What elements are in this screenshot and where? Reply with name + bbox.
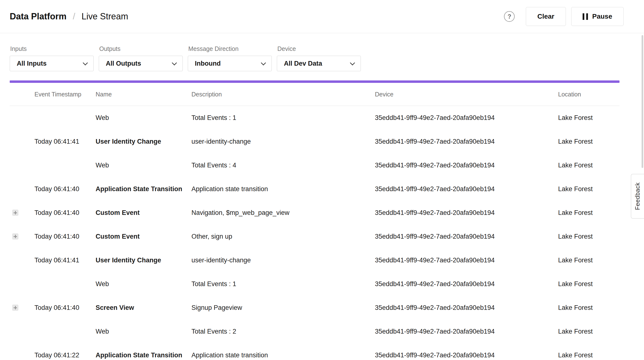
cell-timestamp: Today 06:41:40 (34, 304, 96, 312)
cell-device: 35eddb41-9ff9-49e2-7aed-20afa90eb194 (375, 114, 558, 122)
cell-description: Application state transition (192, 185, 375, 193)
table-row[interactable]: Today 06:41:22 Application State Transit… (10, 343, 620, 360)
expand-cell (10, 138, 34, 145)
cell-location: Lake Forest (558, 304, 620, 312)
column-header-name: Name (96, 91, 192, 98)
cell-name: Web (96, 162, 192, 169)
cell-name: Application State Transition (96, 352, 192, 359)
header-actions: ? Clear Pause (504, 7, 624, 26)
cell-timestamp: Today 06:41:22 (34, 352, 96, 359)
feedback-tab-label: Feedback (634, 182, 641, 210)
expand-cell (10, 257, 34, 263)
inputs-select[interactable]: All Inputs (10, 56, 94, 71)
column-header-description: Description (192, 91, 375, 98)
expand-cell (10, 305, 34, 311)
filter-inputs: Inputs All Inputs (10, 45, 94, 71)
expand-cell (10, 352, 34, 358)
cell-location: Lake Forest (558, 138, 620, 145)
expand-plus-icon[interactable] (12, 305, 18, 311)
cell-name: Screen View (96, 304, 192, 312)
cell-name: Custom Event (96, 209, 192, 217)
cell-description: user-identity-change (192, 138, 375, 145)
cell-location: Lake Forest (558, 257, 620, 264)
table-row[interactable]: Today 06:41:40 Custom Event Navigation, … (10, 201, 620, 225)
cell-device: 35eddb41-9ff9-49e2-7aed-20afa90eb194 (375, 209, 558, 217)
breadcrumb-separator: / (73, 11, 75, 21)
cell-name: User Identity Change (96, 257, 192, 264)
table-row[interactable]: Today 06:41:40 Application State Transit… (10, 177, 620, 201)
cell-description: Total Events : 1 (192, 114, 375, 122)
chevron-down-icon (172, 60, 177, 65)
table-row[interactable]: Today 06:41:40 Custom Event Other, sign … (10, 225, 620, 248)
cell-device: 35eddb41-9ff9-49e2-7aed-20afa90eb194 (375, 138, 558, 145)
cell-timestamp: Today 06:41:40 (34, 209, 96, 217)
device-select[interactable]: All Dev Data (277, 56, 361, 71)
filter-inputs-label: Inputs (10, 45, 94, 52)
cell-device: 35eddb41-9ff9-49e2-7aed-20afa90eb194 (375, 162, 558, 169)
filter-message-direction-label: Message Direction (188, 45, 272, 52)
filter-outputs: Outputs All Outputs (99, 45, 183, 71)
feedback-tab[interactable]: Feedback (631, 174, 644, 218)
expand-cell (10, 162, 34, 168)
table-row[interactable]: Web Total Events : 2 35eddb41-9ff9-49e2-… (10, 320, 620, 343)
expand-plus-icon[interactable] (12, 209, 18, 216)
cell-device: 35eddb41-9ff9-49e2-7aed-20afa90eb194 (375, 328, 558, 335)
cell-device: 35eddb41-9ff9-49e2-7aed-20afa90eb194 (375, 352, 558, 359)
cell-description: Application state transition (192, 352, 375, 359)
table-row[interactable]: Web Total Events : 4 35eddb41-9ff9-49e2-… (10, 153, 620, 177)
cell-description: Signup Pageview (192, 304, 375, 312)
cell-device: 35eddb41-9ff9-49e2-7aed-20afa90eb194 (375, 280, 558, 288)
table-row[interactable]: Today 06:41:41 User Identity Change user… (10, 130, 620, 153)
filter-device-label: Device (277, 45, 361, 52)
cell-timestamp: Today 06:41:41 (34, 138, 96, 145)
pause-button[interactable]: Pause (571, 7, 624, 26)
cell-location: Lake Forest (558, 352, 620, 359)
breadcrumb[interactable]: Data Platform (10, 11, 66, 21)
message-direction-select[interactable]: Inbound (188, 56, 272, 71)
table-row[interactable]: Web Total Events : 1 35eddb41-9ff9-49e2-… (10, 272, 620, 296)
message-direction-select-value: Inbound (195, 60, 262, 67)
cell-timestamp: Today 06:41:41 (34, 257, 96, 264)
cell-location: Lake Forest (558, 185, 620, 193)
table-row[interactable]: Web Total Events : 1 35eddb41-9ff9-49e2-… (10, 106, 620, 130)
column-header-event-timestamp: Event Timestamp (34, 91, 96, 98)
table-row[interactable]: Today 06:41:40 Screen View Signup Pagevi… (10, 296, 620, 320)
cell-name: Application State Transition (96, 185, 192, 193)
expand-plus-icon[interactable] (12, 233, 18, 240)
outputs-select[interactable]: All Outputs (99, 56, 183, 71)
cell-description: Total Events : 2 (192, 328, 375, 335)
filter-device: Device All Dev Data (277, 45, 361, 71)
chevron-down-icon (350, 60, 355, 65)
vertical-scrollbar-thumb[interactable] (642, 35, 643, 168)
chevron-down-icon (261, 60, 266, 65)
filter-outputs-label: Outputs (99, 45, 183, 52)
cell-device: 35eddb41-9ff9-49e2-7aed-20afa90eb194 (375, 304, 558, 312)
chevron-down-icon (83, 60, 88, 65)
expand-cell (10, 328, 34, 335)
help-icon[interactable]: ? (504, 11, 515, 22)
cell-timestamp: Today 06:41:40 (34, 233, 96, 240)
cell-device: 35eddb41-9ff9-49e2-7aed-20afa90eb194 (375, 233, 558, 240)
page-title: Live Stream (82, 11, 128, 21)
cell-location: Lake Forest (558, 328, 620, 335)
pause-button-label: Pause (592, 12, 612, 20)
table-header: Event Timestamp Name Description Device … (10, 83, 620, 106)
filters-bar: Inputs All Inputs Outputs All Outputs Me… (0, 33, 644, 71)
expand-cell (10, 115, 34, 121)
clear-button[interactable]: Clear (526, 7, 566, 26)
cell-timestamp: Today 06:41:40 (34, 185, 96, 193)
cell-name: Web (96, 328, 192, 335)
cell-device: 35eddb41-9ff9-49e2-7aed-20afa90eb194 (375, 257, 558, 264)
expand-cell (10, 233, 34, 240)
device-select-value: All Dev Data (284, 60, 351, 67)
cell-name: Web (96, 114, 192, 122)
table-row[interactable]: Today 06:41:41 User Identity Change user… (10, 248, 620, 272)
outputs-select-value: All Outputs (106, 60, 172, 67)
cell-description: Other, sign up (192, 233, 375, 240)
cell-location: Lake Forest (558, 280, 620, 288)
cell-device: 35eddb41-9ff9-49e2-7aed-20afa90eb194 (375, 185, 558, 193)
expand-cell (10, 281, 34, 287)
cell-name: Web (96, 280, 192, 288)
page-header: Data Platform / Live Stream ? Clear Paus… (0, 0, 644, 33)
cell-description: user-identity-change (192, 257, 375, 264)
